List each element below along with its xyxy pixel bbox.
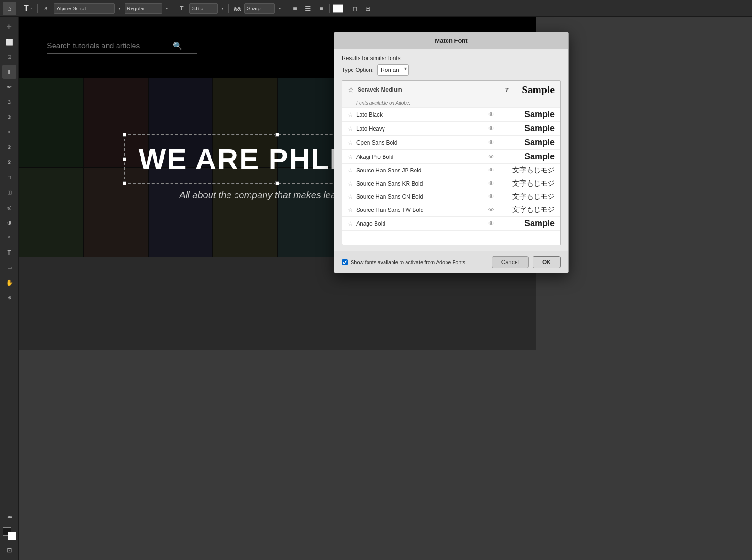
toolbar-divider-4: [228, 4, 229, 13]
search-icon[interactable]: 🔍: [173, 41, 182, 50]
home-button[interactable]: ⌂: [3, 2, 16, 15]
eyedropper-tool[interactable]: ✦: [2, 125, 16, 139]
selection-handle-lm[interactable]: [123, 157, 126, 161]
move-tool[interactable]: ✛: [2, 20, 16, 34]
source-han-jp-star[interactable]: ☆: [348, 167, 356, 174]
dodge-tool[interactable]: ◑: [2, 215, 16, 229]
lato-black-name: Lato Black: [356, 111, 488, 118]
zoom-tool[interactable]: ⊕: [2, 290, 16, 304]
dialog-title: Match Font: [435, 37, 467, 44]
toolbar-divider-6: [329, 4, 330, 13]
font-style-input[interactable]: [125, 3, 162, 14]
anago-star[interactable]: ☆: [348, 220, 356, 227]
font-aa-icon[interactable]: a: [40, 3, 52, 14]
dialog-title-bar: Match Font: [334, 32, 568, 49]
toolbar-divider-1: [19, 4, 19, 13]
font-item-lato-black[interactable]: ☆ Lato Black 👁 Sample: [342, 108, 560, 122]
open-sans-eye[interactable]: 👁: [488, 139, 494, 146]
crop-tool[interactable]: ⊕: [2, 110, 16, 124]
source-han-cn-sample: 文字もじモジ: [508, 192, 555, 201]
quick-mask-tool[interactable]: ⊡: [2, 543, 16, 557]
path-select-tool[interactable]: ⌖: [2, 230, 16, 244]
cancel-button[interactable]: Cancel: [492, 256, 529, 268]
source-han-jp-name: Source Han Sans JP Bold: [356, 167, 488, 174]
font-item-source-han-kr[interactable]: ☆ Source Han Sans KR Bold 👁 文字もじモジ: [342, 177, 560, 190]
toolbar-divider-3: [173, 4, 173, 13]
lasso-tool[interactable]: ⊙: [2, 95, 16, 109]
selection-handle-tl[interactable]: [123, 133, 126, 137]
align-left-button[interactable]: ≡: [289, 3, 300, 14]
eraser-tool[interactable]: ◻: [2, 170, 16, 184]
font-size-input[interactable]: [189, 3, 218, 14]
seravek-sample: Sample: [522, 84, 555, 96]
source-han-tw-eye[interactable]: 👁: [488, 206, 494, 213]
type-tool-left[interactable]: T: [2, 65, 16, 79]
font-item-source-han-cn[interactable]: ☆ Source Han Sans CN Bold 👁 文字もじモジ: [342, 190, 560, 203]
font-item-anago-bold[interactable]: ☆ Anago Bold 👁 Sample: [342, 217, 560, 231]
anago-eye[interactable]: 👁: [488, 220, 494, 227]
anti-alias-label: aa: [232, 4, 243, 13]
lato-black-eye[interactable]: 👁: [488, 111, 494, 118]
source-han-jp-eye[interactable]: 👁: [488, 167, 494, 174]
source-han-tw-name: Source Han Sans TW Bold: [356, 207, 488, 213]
font-name-chevron[interactable]: ▾: [117, 5, 123, 12]
selection-handle-tm[interactable]: [275, 133, 279, 137]
more-tools[interactable]: •••: [2, 510, 16, 524]
lato-black-sample: Sample: [508, 109, 555, 119]
search-input[interactable]: [47, 42, 169, 50]
source-han-cn-star[interactable]: ☆: [348, 194, 356, 200]
anti-alias-chevron[interactable]: ▾: [277, 5, 283, 12]
type-option-wrapper[interactable]: Roman CJK All: [377, 64, 409, 76]
akagi-eye[interactable]: 👁: [488, 153, 494, 160]
font-item-source-han-jp[interactable]: ☆ Source Han Sans JP Bold 👁 文字もじモジ: [342, 164, 560, 177]
anti-alias-select[interactable]: [244, 3, 275, 14]
clone-stamp-tool[interactable]: ⊗: [2, 155, 16, 169]
text-color-swatch[interactable]: [333, 4, 343, 13]
open-sans-sample: Sample: [508, 138, 555, 148]
font-list-header[interactable]: ☆ Seravek Medium T Sample: [342, 81, 560, 99]
source-han-cn-eye[interactable]: 👁: [488, 193, 494, 200]
lato-heavy-star[interactable]: ☆: [348, 125, 356, 132]
show-adobe-fonts-checkbox[interactable]: [342, 259, 348, 265]
healing-brush-tool[interactable]: ⊛: [2, 140, 16, 154]
open-sans-star[interactable]: ☆: [348, 140, 356, 146]
warp-text-button[interactable]: ⊓: [349, 3, 360, 14]
source-han-tw-sample: 文字もじモジ: [508, 205, 555, 214]
toolbar: ⌂ T ▾ a ▾ ▾ T ▾ aa ▾ ≡ ☰ ≡ ⊓: [0, 0, 752, 17]
type-option-select[interactable]: Roman CJK All: [377, 64, 409, 76]
source-han-kr-star[interactable]: ☆: [348, 180, 356, 187]
gradient-tool[interactable]: ◫: [2, 185, 16, 199]
akagi-star[interactable]: ☆: [348, 154, 356, 160]
font-name-input[interactable]: [54, 3, 115, 14]
align-right-button[interactable]: ≡: [315, 3, 327, 14]
ok-button[interactable]: OK: [533, 256, 561, 268]
font-style-chevron[interactable]: ▾: [164, 5, 170, 12]
text-properties-button[interactable]: ⊞: [362, 3, 374, 14]
font-item-akagi-pro[interactable]: ☆ Akagi Pro Bold 👁 Sample: [342, 150, 560, 164]
select-tool[interactable]: ⊡: [2, 50, 16, 64]
foreground-background-colors[interactable]: [3, 527, 16, 540]
font-item-lato-heavy[interactable]: ☆ Lato Heavy 👁 Sample: [342, 122, 560, 136]
blur-tool[interactable]: ◎: [2, 200, 16, 214]
show-adobe-fonts-label: Show fonts available to activate from Ad…: [351, 259, 488, 265]
shape-tool[interactable]: ▭: [2, 260, 16, 274]
artboard-tool[interactable]: ⬜: [2, 35, 16, 49]
search-input-wrapper[interactable]: 🔍: [47, 41, 197, 54]
selection-handle-bm[interactable]: [275, 181, 279, 185]
font-size-chevron[interactable]: ▾: [219, 5, 226, 12]
font-item-source-han-tw[interactable]: ☆ Source Han Sans TW Bold 👁 文字もじモジ: [342, 203, 560, 217]
type-tool-indicator[interactable]: T ▾: [22, 3, 34, 14]
font-list-container: ☆ Seravek Medium T Sample Fonts availabl…: [342, 80, 561, 245]
text-tool-bottom[interactable]: T: [2, 245, 16, 259]
seravek-star[interactable]: ☆: [348, 86, 354, 93]
source-han-tw-star[interactable]: ☆: [348, 207, 356, 213]
align-center-button[interactable]: ☰: [302, 3, 313, 14]
source-han-kr-eye[interactable]: 👁: [488, 180, 494, 187]
selection-handle-bl[interactable]: [123, 181, 126, 185]
lato-black-star[interactable]: ☆: [348, 111, 356, 118]
pen-tool[interactable]: ✒: [2, 80, 16, 94]
font-item-open-sans-bold[interactable]: ☆ Open Sans Bold 👁 Sample: [342, 136, 560, 150]
hand-tool[interactable]: ✋: [2, 275, 16, 289]
lato-heavy-eye[interactable]: 👁: [488, 125, 494, 132]
source-han-kr-sample: 文字もじモジ: [508, 179, 555, 188]
